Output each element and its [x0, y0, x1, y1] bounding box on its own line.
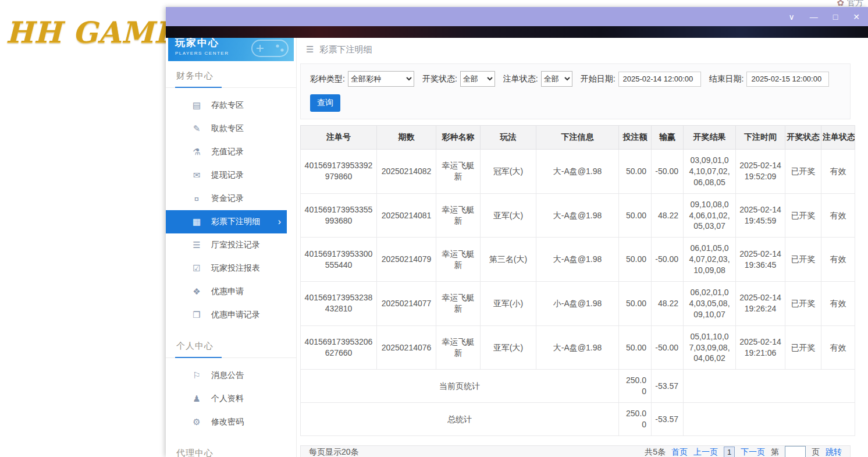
page-jump-input[interactable] — [785, 446, 806, 457]
jump-link[interactable]: 跳转 — [826, 447, 842, 457]
sidebar-item-promo-apply[interactable]: ❖优惠申请 — [166, 280, 287, 303]
window-controls: ∨—□✕ — [789, 13, 860, 21]
hamburger-menu-icon[interactable]: ☰ — [306, 44, 314, 55]
cell-bet-status: 有效 — [821, 282, 855, 326]
cell-win-loss: -50.00 — [652, 150, 684, 194]
cell-lottery-name: 幸运飞艇新 — [436, 238, 481, 282]
cell-bet-no: 401569173953238432810 — [301, 282, 377, 326]
cell-draw-status: 已开奖 — [785, 150, 821, 194]
lottery-type-select[interactable]: 全部彩种 — [348, 71, 414, 87]
cell-bet-amount: 50.00 — [619, 193, 652, 238]
table-header-row: 注单号期数彩种名称玩法下注信息投注额输赢开奖结果下注时间开奖状态注单状态 — [301, 126, 855, 150]
filter-panel: 彩种类型: 全部彩种 开奖状态: 全部 注单状态: — [300, 63, 851, 119]
gamepad-icon — [241, 38, 293, 61]
sidebar-item-recharge-records[interactable]: ⚗充值记录 — [166, 140, 287, 164]
current-page-button[interactable]: 1 — [724, 447, 735, 457]
sidebar-item-profile[interactable]: ♟个人资料 — [166, 387, 287, 410]
cell-draw-result: 06,01,05,04,07,02,03,10,09,08 — [684, 238, 736, 282]
cell-period: 20250214079 — [377, 238, 436, 282]
col-draw-result: 开奖结果 — [684, 126, 736, 150]
cell-bet-info: 小-A盘@1.98 — [536, 282, 619, 326]
sidebar-item-label: 优惠申请 — [211, 286, 244, 297]
page-prefix-label: 第 — [771, 447, 779, 457]
cell-bet-time: 2025-02-14 19:45:59 — [736, 193, 785, 238]
sidebar-item-label: 玩家投注报表 — [211, 263, 260, 274]
total-count-label: 共5条 — [645, 447, 666, 457]
cell-draw-result: 05,01,10,07,03,09,08,04,06,02 — [684, 325, 736, 370]
sidebar-item-label: 优惠申请记录 — [211, 310, 260, 320]
sidebar-header: 玩家中心 PLAYERS CENTER — [168, 38, 294, 61]
summary-label: 当前页统计 — [301, 370, 619, 403]
next-page-link[interactable]: 下一页 — [741, 447, 765, 457]
summary-row: 总统计250.00-53.57 — [301, 403, 855, 436]
page-title: 彩票下注明细 — [319, 44, 372, 55]
cell-bet-no: 401569173953206627660 — [301, 325, 377, 370]
close-icon[interactable]: ✕ — [853, 13, 860, 21]
sidebar-item-change-password[interactable]: ⚙修改密码 — [166, 410, 287, 434]
sidebar-item-withdraw-zone[interactable]: ✎取款专区 — [166, 117, 287, 140]
sidebar-item-announcements[interactable]: ⚐消息公告 — [166, 364, 287, 387]
cell-bet-status: 有效 — [821, 238, 855, 282]
col-bet-time: 下注时间 — [736, 126, 785, 150]
chevron-down-icon[interactable]: ∨ — [789, 13, 795, 21]
sidebar-item-label: 个人资料 — [211, 394, 244, 404]
summary-win-loss: -53.57 — [652, 370, 684, 403]
main-content: ☰ 彩票下注明细 彩种类型: 全部彩种 开奖状态: 全部 — [297, 38, 868, 457]
summary-win-loss: -53.57 — [652, 403, 684, 436]
sidebar-item-lottery-bet-details[interactable]: ▦彩票下注明细› — [166, 210, 287, 233]
section-header: 代理中心 — [166, 438, 296, 457]
cell-bet-status: 有效 — [821, 150, 855, 194]
sidebar-item-label: 存款专区 — [211, 100, 244, 111]
cell-play-type: 亚军(小) — [481, 282, 536, 326]
cell-bet-status: 有效 — [821, 193, 855, 238]
announcement-icon: ⚐ — [191, 370, 202, 381]
cell-draw-status: 已开奖 — [785, 282, 821, 326]
bet-status-select[interactable]: 全部 — [541, 71, 572, 87]
sidebar-item-deposit-zone[interactable]: ▤存款专区 — [166, 94, 287, 117]
window-titlebar: ∨—□✕ — [166, 7, 868, 26]
col-period: 期数 — [377, 126, 436, 150]
cell-bet-no: 401569173953300555440 — [301, 238, 377, 282]
cell-bet-time: 2025-02-14 19:26:24 — [736, 282, 785, 326]
cell-lottery-name: 幸运飞艇新 — [436, 325, 481, 370]
cell-period: 20250214082 — [377, 150, 436, 194]
col-win-loss: 输赢 — [652, 126, 684, 150]
sidebar-item-label: 充值记录 — [211, 147, 244, 157]
table-row: 40156917395339297986020250214082幸运飞艇新冠军(… — [301, 150, 855, 194]
cell-draw-status: 已开奖 — [785, 193, 821, 238]
player-bet-report-icon: ☑ — [191, 263, 202, 274]
section-title: 个人中心 — [175, 341, 222, 358]
cell-play-type: 亚军(大) — [481, 193, 536, 238]
brand-logo: HH GAME — [6, 15, 177, 49]
col-bet-no: 注单号 — [301, 126, 377, 150]
sidebar-item-withdrawal-records[interactable]: ✉提现记录 — [166, 164, 287, 187]
prev-page-link[interactable]: 上一页 — [693, 447, 718, 457]
search-button[interactable]: 查询 — [310, 94, 340, 112]
cell-bet-time: 2025-02-14 19:52:09 — [736, 150, 785, 194]
cell-bet-info: 大-A盘@1.98 — [536, 238, 619, 282]
cell-draw-status: 已开奖 — [785, 325, 821, 370]
hall-bet-record-icon: ☰ — [191, 240, 202, 250]
cell-period: 20250214077 — [377, 282, 436, 326]
sidebar-item-promo-apply-records[interactable]: ❒优惠申请记录 — [166, 303, 287, 327]
sidebar-item-hall-bet-records[interactable]: ☰厅室投注记录 — [166, 233, 287, 257]
col-bet-status: 注单状态 — [821, 126, 855, 150]
per-page-label: 每页显示20条 — [309, 447, 359, 457]
first-page-link[interactable]: 首页 — [671, 447, 688, 457]
promo-apply-icon: ❖ — [191, 286, 202, 297]
start-date-input[interactable] — [618, 72, 701, 87]
minimize-icon[interactable]: — — [810, 13, 818, 21]
cell-bet-info: 大-A盘@1.98 — [536, 325, 619, 370]
sidebar-item-label: 提现记录 — [211, 170, 244, 180]
table-row: 40156917395335599368020250214081幸运飞艇新亚军(… — [301, 193, 855, 238]
sidebar-item-label: 取款专区 — [211, 123, 244, 134]
sidebar-item-player-bet-report[interactable]: ☑玩家投注报表 — [166, 257, 287, 280]
sidebar-item-funds-records[interactable]: ¤资金记录 — [166, 187, 287, 210]
lottery-bet-detail-icon: ▦ — [191, 217, 202, 227]
draw-status-select[interactable]: 全部 — [460, 71, 495, 87]
maximize-icon[interactable]: □ — [833, 13, 838, 21]
table-row: 40156917395323843281020250214077幸运飞艇新亚军(… — [301, 282, 855, 326]
funds-record-icon: ¤ — [191, 194, 202, 204]
end-date-input[interactable] — [746, 72, 829, 87]
summary-bet-amount: 250.00 — [619, 370, 652, 403]
